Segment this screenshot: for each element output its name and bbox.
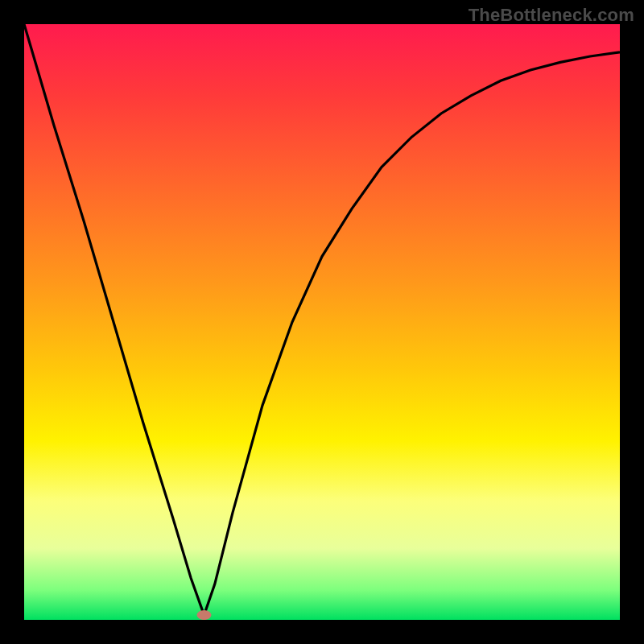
bottleneck-curve	[24, 24, 620, 615]
curve-layer	[24, 24, 620, 620]
minimum-marker	[197, 610, 212, 620]
chart-frame: TheBottleneck.com	[0, 0, 644, 644]
watermark: TheBottleneck.com	[469, 5, 634, 26]
plot-area	[24, 24, 620, 620]
